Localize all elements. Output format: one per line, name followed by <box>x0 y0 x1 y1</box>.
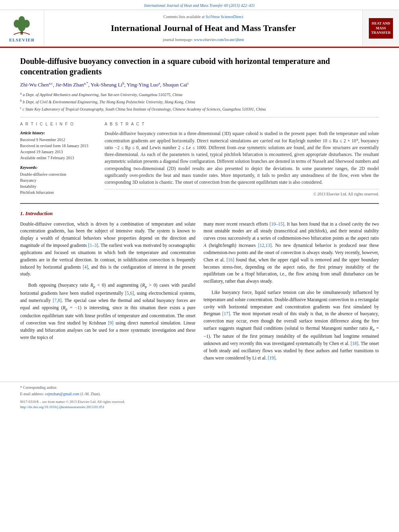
keyword-4: Pitchfork bifurcation <box>20 190 97 195</box>
journal-header: ELSEVIER Contents lists available at Sci… <box>0 10 399 48</box>
article-history: Article history: Received 9 November 201… <box>20 130 97 161</box>
email-note: E-mail address: cejmzhan@gmail.com (J.-M… <box>20 392 379 397</box>
journal-issue-ref: International Journal of Heat and Mass T… <box>144 3 255 8</box>
body-columns: Double-diffusive convection, which is dr… <box>20 221 379 366</box>
available-date: Available online 7 February 2013 <box>20 155 97 161</box>
body-col-right: many more recent research efforts [10–15… <box>204 221 379 366</box>
keywords-section: Keywords: Double-diffusive convection Bu… <box>20 165 97 195</box>
footer-doi: http://dx.doi.org/10.1016/j.ijheatmasstr… <box>20 405 379 410</box>
revised-date: Received in revised form 18 January 2013 <box>20 143 97 149</box>
abstract-col: A B S T R A C T Double-diffusive buoyanc… <box>105 121 379 197</box>
journal-homepage: journal homepage: www.elsevier.com/locat… <box>52 37 354 43</box>
intro-para-4: Like buoyancy force, liquid surface tens… <box>204 289 379 362</box>
intro-para-3: many more recent research efforts [10–15… <box>204 221 379 285</box>
body-col-left: Double-diffusive convection, which is dr… <box>20 221 195 366</box>
affiliations: a a Dept. of Applied Mechanics and Engin… <box>20 91 379 113</box>
svg-point-4 <box>19 16 25 24</box>
affiliation-c: c c State Key Laboratory of Tropical Oce… <box>20 106 379 112</box>
doi-link[interactable]: http://dx.doi.org/10.1016/j.ijheatmasstr… <box>20 405 105 409</box>
abstract-text: Double-diffusive buoyancy convection in … <box>105 130 379 186</box>
journal-title: International Journal of Heat and Mass T… <box>52 22 354 35</box>
journal-topbar: International Journal of Heat and Mass T… <box>0 0 399 10</box>
homepage-link[interactable]: www.elsevier.com/locate/ijhmt <box>194 37 244 42</box>
body-divider <box>20 203 379 204</box>
article-info-col: A R T I C L E I N F O Article history: R… <box>20 121 97 197</box>
article-content: Double-diffusive buoyancy convection in … <box>0 48 399 374</box>
sciverse-line: Contents lists available at SciVerse Sci… <box>52 14 354 20</box>
copyright-line: © 2013 Elsevier Ltd. All rights reserved… <box>105 189 379 197</box>
corresponding-note: * Corresponding author. <box>20 385 379 390</box>
header-divider <box>20 117 379 117</box>
accepted-date: Accepted 19 January 2013 <box>20 149 97 155</box>
journal-title-section: Contents lists available at SciVerse Sci… <box>44 10 363 47</box>
elsevier-tree-icon <box>10 14 34 36</box>
keyword-3: Instability <box>20 184 97 189</box>
intro-heading: 1. Introduction <box>20 210 379 217</box>
elsevier-logo-section: ELSEVIER <box>0 10 44 47</box>
journal-badge-section: HEAT AND MASS TRANSFER <box>363 10 399 47</box>
keyword-2: Buoyancy <box>20 178 97 183</box>
article-title: Double-diffusive buoyancy convection in … <box>20 56 379 77</box>
keyword-1: Double-diffusive convection <box>20 172 97 177</box>
affiliation-b: b b Dept. of Civil & Environmental Engin… <box>20 99 379 105</box>
email-link[interactable]: cejmzhan@gmail.com <box>45 392 80 396</box>
elsevier-label: ELSEVIER <box>9 37 35 43</box>
article-meta-section: A R T I C L E I N F O Article history: R… <box>20 121 379 197</box>
affiliation-a: a a Dept. of Applied Mechanics and Engin… <box>20 91 379 98</box>
history-label: Article history: <box>20 130 97 136</box>
journal-badge: HEAT AND MASS TRANSFER <box>369 18 393 39</box>
sciverse-link[interactable]: SciVerse ScienceDirect <box>206 14 243 19</box>
page-footer: * Corresponding author. E-mail address: … <box>0 382 399 413</box>
article-info-label: A R T I C L E I N F O <box>20 121 97 127</box>
elsevier-logo: ELSEVIER <box>9 14 35 43</box>
authors-line: Zhi-Wu Chena,c, Jie-Min Zhana,*, Yok-She… <box>20 81 379 89</box>
keywords-label: Keywords: <box>20 165 97 170</box>
intro-para-1: Double-diffusive convection, which is dr… <box>20 221 195 278</box>
abstract-label: A B S T R A C T <box>105 121 379 127</box>
intro-para-2: Both opposing (buoyancy ratio Rρ < 0) an… <box>20 282 195 341</box>
footer-issn: 0017-0310/$ – see front matter © 2013 El… <box>20 399 379 409</box>
received-date: Received 9 November 2012 <box>20 137 97 143</box>
